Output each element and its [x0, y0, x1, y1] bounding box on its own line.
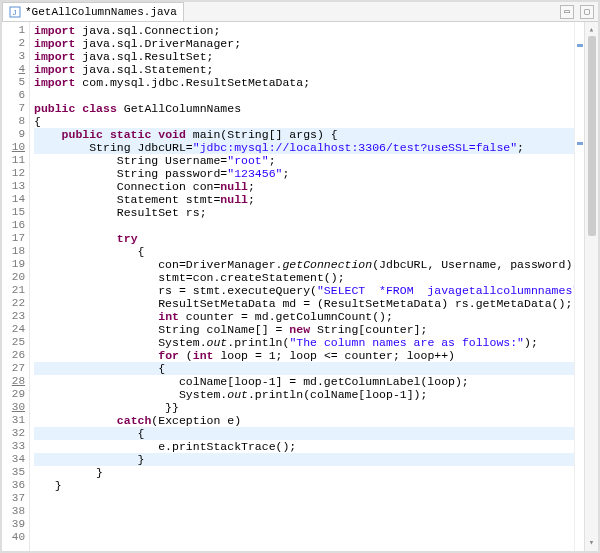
scroll-up-icon[interactable]: ▴	[589, 24, 594, 36]
line-number: 33	[2, 440, 25, 453]
line-number: 27	[2, 362, 25, 375]
line-number: 7	[2, 102, 25, 115]
file-tab[interactable]: J *GetAllColumnNames.java	[2, 2, 184, 21]
line-number: 28	[2, 375, 25, 388]
code-line[interactable]: System.out.println("The column names are…	[34, 336, 574, 349]
code-line[interactable]: rs = stmt.executeQuery("SELECT *FROM jav…	[34, 284, 574, 297]
line-number: 23	[2, 310, 25, 323]
code-line[interactable]	[34, 505, 574, 518]
line-number: 15	[2, 206, 25, 219]
line-number: 14	[2, 193, 25, 206]
code-line[interactable]: e.printStackTrace();	[34, 440, 574, 453]
maximize-icon[interactable]: ▢	[580, 5, 594, 19]
line-number: 31	[2, 414, 25, 427]
line-number: 10	[2, 141, 25, 154]
code-line[interactable]: {	[34, 362, 574, 375]
tab-filename: *GetAllColumnNames.java	[25, 6, 177, 18]
editor-area: 1234567891011121314151617181920212223242…	[2, 22, 598, 551]
code-line[interactable]: String Username="root";	[34, 154, 574, 167]
line-number: 24	[2, 323, 25, 336]
line-number: 35	[2, 466, 25, 479]
code-line[interactable]: import java.sql.Connection;	[34, 24, 574, 37]
line-number-gutter: 1234567891011121314151617181920212223242…	[2, 22, 30, 551]
code-line[interactable]: import java.sql.Statement;	[34, 63, 574, 76]
code-content[interactable]: import java.sql.Connection;import java.s…	[30, 22, 574, 551]
scrollbar-thumb[interactable]	[588, 36, 596, 236]
code-line[interactable]: public static void main(String[] args) {	[34, 128, 574, 141]
line-number: 3	[2, 50, 25, 63]
line-number: 40	[2, 531, 25, 544]
code-line[interactable]: stmt=con.createStatement();	[34, 271, 574, 284]
line-number: 20	[2, 271, 25, 284]
code-line[interactable]	[34, 492, 574, 505]
code-line[interactable]: }	[34, 453, 574, 466]
line-number: 17	[2, 232, 25, 245]
vertical-scrollbar[interactable]: ▴ ▾	[584, 22, 598, 551]
code-line[interactable]: colName[loop-1] = md.getColumnLabel(loop…	[34, 375, 574, 388]
svg-text:J: J	[12, 8, 17, 17]
code-line[interactable]	[34, 219, 574, 232]
code-line[interactable]: {	[34, 245, 574, 258]
code-line[interactable]: int counter = md.getColumnCount();	[34, 310, 574, 323]
line-number: 34	[2, 453, 25, 466]
window-controls: ▭ ▢	[560, 5, 598, 19]
line-number: 18	[2, 245, 25, 258]
line-number: 13	[2, 180, 25, 193]
line-number: 25	[2, 336, 25, 349]
code-line[interactable]: Statement stmt=null;	[34, 193, 574, 206]
line-number: 6	[2, 89, 25, 102]
java-file-icon: J	[9, 6, 21, 18]
line-number: 5	[2, 76, 25, 89]
code-line[interactable]: }	[34, 479, 574, 492]
code-line[interactable]: con=DriverManager.getConnection(JdbcURL,…	[34, 258, 574, 271]
line-number: 19	[2, 258, 25, 271]
scroll-down-icon[interactable]: ▾	[589, 537, 594, 549]
minimize-icon[interactable]: ▭	[560, 5, 574, 19]
code-line[interactable]: String colName[] = new String[counter];	[34, 323, 574, 336]
code-line[interactable]: Connection con=null;	[34, 180, 574, 193]
code-line[interactable]	[34, 518, 574, 531]
code-line[interactable]: for (int loop = 1; loop <= counter; loop…	[34, 349, 574, 362]
line-number: 9	[2, 128, 25, 141]
code-line[interactable]: ResultSetMetaData md = (ResultSetMetaDat…	[34, 297, 574, 310]
code-line[interactable]: }}	[34, 401, 574, 414]
line-number: 21	[2, 284, 25, 297]
line-number: 38	[2, 505, 25, 518]
code-line[interactable]: ResultSet rs;	[34, 206, 574, 219]
line-number: 4	[2, 63, 25, 76]
editor-window: J *GetAllColumnNames.java ▭ ▢ 1234567891…	[0, 0, 600, 553]
code-line[interactable]: import java.sql.ResultSet;	[34, 50, 574, 63]
line-number: 11	[2, 154, 25, 167]
line-number: 37	[2, 492, 25, 505]
code-line[interactable]: public class GetAllColumnNames	[34, 102, 574, 115]
line-number: 30	[2, 401, 25, 414]
line-number: 12	[2, 167, 25, 180]
code-line[interactable]: String JdbcURL="jdbc:mysql://localhost:3…	[34, 141, 574, 154]
code-line[interactable]: import java.sql.DriverManager;	[34, 37, 574, 50]
code-line[interactable]: {	[34, 427, 574, 440]
line-number: 16	[2, 219, 25, 232]
code-line[interactable]: String password="123456";	[34, 167, 574, 180]
code-line[interactable]: }	[34, 466, 574, 479]
code-line[interactable]: catch(Exception e)	[34, 414, 574, 427]
line-number: 8	[2, 115, 25, 128]
code-line[interactable]: try	[34, 232, 574, 245]
line-number: 1	[2, 24, 25, 37]
line-number: 2	[2, 37, 25, 50]
line-number: 39	[2, 518, 25, 531]
line-number: 32	[2, 427, 25, 440]
line-number: 22	[2, 297, 25, 310]
code-line[interactable]: System.out.println(colName[loop-1]);	[34, 388, 574, 401]
code-line[interactable]	[34, 89, 574, 102]
line-number: 26	[2, 349, 25, 362]
line-number: 36	[2, 479, 25, 492]
code-line[interactable]	[34, 531, 574, 544]
overview-ruler[interactable]	[574, 22, 584, 551]
code-line[interactable]: import com.mysql.jdbc.ResultSetMetaData;	[34, 76, 574, 89]
tab-bar: J *GetAllColumnNames.java ▭ ▢	[2, 2, 598, 22]
code-line[interactable]: {	[34, 115, 574, 128]
line-number: 29	[2, 388, 25, 401]
